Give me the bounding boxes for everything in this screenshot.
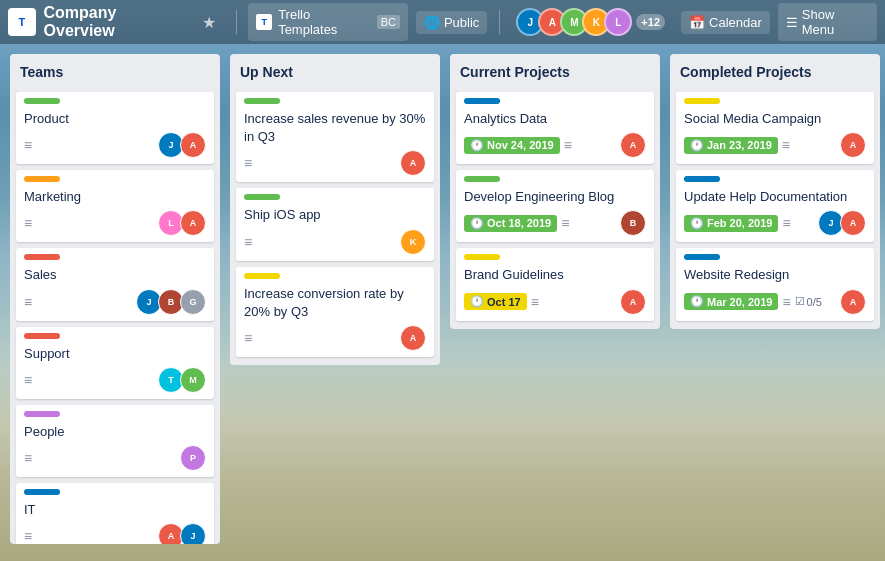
- column-teams: Teams Product ≡ J A Marketing ≡ L A: [10, 54, 220, 544]
- card-meta: ≡ J B G: [24, 289, 206, 315]
- card-people[interactable]: People ≡ P: [16, 405, 214, 477]
- card-avatars: A: [840, 132, 866, 158]
- member-avatars[interactable]: J A M K L +12: [516, 8, 665, 36]
- card-meta: 🕐 Oct 18, 2019 ≡ B: [464, 210, 646, 236]
- card-meta-left: 🕐 Jan 23, 2019 ≡: [684, 137, 790, 154]
- lines-icon: ≡: [24, 451, 32, 465]
- card-meta: ≡ T M: [24, 367, 206, 393]
- card-sales[interactable]: Sales ≡ J B G: [16, 248, 214, 320]
- trello-templates-button[interactable]: T Trello Templates BC: [248, 3, 407, 41]
- avatar: A: [840, 132, 866, 158]
- menu-icon: ☰: [786, 15, 798, 30]
- trello-icon: T: [256, 14, 272, 30]
- calendar-label: Calendar: [709, 15, 762, 30]
- card-label: [24, 176, 60, 182]
- card-social-media[interactable]: Social Media Campaign 🕐 Jan 23, 2019 ≡ A: [676, 92, 874, 164]
- date-badge: 🕐 Nov 24, 2019: [464, 137, 560, 154]
- card-avatars: B: [620, 210, 646, 236]
- card-meta: 🕐 Nov 24, 2019 ≡ A: [464, 132, 646, 158]
- card-meta: 🕐 Oct 17 ≡ A: [464, 289, 646, 315]
- card-title: IT: [24, 501, 206, 519]
- show-menu-button[interactable]: ☰ Show Menu: [778, 3, 877, 41]
- show-menu-label: Show Menu: [802, 7, 869, 37]
- column-up-next: Up Next Increase sales revenue by 30% in…: [230, 54, 440, 365]
- avatar: A: [400, 325, 426, 351]
- card-meta: ≡ P: [24, 445, 206, 471]
- avatar: K: [400, 229, 426, 255]
- column-current-projects: Current Projects Analytics Data 🕐 Nov 24…: [450, 54, 660, 329]
- card-title: Ship iOS app: [244, 206, 426, 224]
- column-teams-header: Teams: [16, 62, 214, 86]
- lines-icon: ≡: [782, 138, 790, 152]
- app-logo: T: [8, 8, 36, 36]
- lines-icon: ≡: [564, 138, 572, 152]
- card-help-docs[interactable]: Update Help Documentation 🕐 Feb 20, 2019…: [676, 170, 874, 242]
- card-website-redesign[interactable]: Website Redesign 🕐 Mar 20, 2019 ≡ ☑ 0/5 …: [676, 248, 874, 320]
- card-title: Increase sales revenue by 30% in Q3: [244, 110, 426, 146]
- card-it[interactable]: IT ≡ A J: [16, 483, 214, 544]
- card-title: People: [24, 423, 206, 441]
- card-avatars: A: [840, 289, 866, 315]
- card-avatars: A J: [158, 523, 206, 544]
- lines-icon: ≡: [244, 235, 252, 249]
- lines-icon: ≡: [24, 216, 32, 230]
- avatar: M: [180, 367, 206, 393]
- card-label: [244, 194, 280, 200]
- card-title: Sales: [24, 266, 206, 284]
- card-label: [464, 98, 500, 104]
- card-avatars: L A: [158, 210, 206, 236]
- card-increase-conversion[interactable]: Increase conversion rate by 20% by Q3 ≡ …: [236, 267, 434, 357]
- avatar: A: [840, 210, 866, 236]
- card-meta: ≡ J A: [24, 132, 206, 158]
- card-meta: ≡ L A: [24, 210, 206, 236]
- calendar-button[interactable]: 📅 Calendar: [681, 11, 770, 34]
- column-completed-projects-header: Completed Projects: [676, 62, 874, 86]
- card-support[interactable]: Support ≡ T M: [16, 327, 214, 399]
- board-area: Teams Product ≡ J A Marketing ≡ L A: [0, 44, 885, 561]
- card-increase-sales[interactable]: Increase sales revenue by 30% in Q3 ≡ A: [236, 92, 434, 182]
- lines-icon: ≡: [782, 216, 790, 230]
- column-completed-projects: Completed Projects Social Media Campaign…: [670, 54, 880, 329]
- card-ship-ios[interactable]: Ship iOS app ≡ K: [236, 188, 434, 260]
- avatar: J: [180, 523, 206, 544]
- card-label: [684, 98, 720, 104]
- avatar: G: [180, 289, 206, 315]
- lines-icon: ≡: [531, 295, 539, 309]
- card-product[interactable]: Product ≡ J A: [16, 92, 214, 164]
- lines-icon: ≡: [244, 331, 252, 345]
- card-label: [24, 489, 60, 495]
- column-up-next-header: Up Next: [236, 62, 434, 86]
- public-label: Public: [444, 15, 479, 30]
- calendar-icon: 📅: [689, 15, 705, 30]
- card-meta: ≡ A: [244, 150, 426, 176]
- card-meta-left: 🕐 Feb 20, 2019 ≡: [684, 215, 791, 232]
- card-meta: 🕐 Jan 23, 2019 ≡ A: [684, 132, 866, 158]
- avatar: A: [620, 132, 646, 158]
- header: T Company Overview ★ T Trello Templates …: [0, 0, 885, 44]
- card-title: Develop Engineering Blog: [464, 188, 646, 206]
- avatar: A: [180, 132, 206, 158]
- checklist-count: ☑ 0/5: [795, 295, 822, 308]
- lines-icon: ≡: [24, 138, 32, 152]
- lines-icon: ≡: [244, 156, 252, 170]
- card-title: Increase conversion rate by 20% by Q3: [244, 285, 426, 321]
- card-title: Social Media Campaign: [684, 110, 866, 128]
- board-title: Company Overview: [44, 4, 190, 40]
- card-meta: ≡ K: [244, 229, 426, 255]
- card-avatars: K: [400, 229, 426, 255]
- lines-icon: ≡: [561, 216, 569, 230]
- card-label: [464, 176, 500, 182]
- avatar: L: [604, 8, 632, 36]
- avatar: A: [180, 210, 206, 236]
- avatar: A: [400, 150, 426, 176]
- card-brand-guidelines[interactable]: Brand Guidelines 🕐 Oct 17 ≡ A: [456, 248, 654, 320]
- header-divider: [236, 10, 237, 34]
- card-avatars: A: [620, 132, 646, 158]
- card-analytics-data[interactable]: Analytics Data 🕐 Nov 24, 2019 ≡ A: [456, 92, 654, 164]
- avatar: A: [840, 289, 866, 315]
- card-title: Support: [24, 345, 206, 363]
- star-icon[interactable]: ★: [202, 13, 216, 32]
- card-marketing[interactable]: Marketing ≡ L A: [16, 170, 214, 242]
- public-button[interactable]: 🌐 Public: [416, 11, 487, 34]
- card-engineering-blog[interactable]: Develop Engineering Blog 🕐 Oct 18, 2019 …: [456, 170, 654, 242]
